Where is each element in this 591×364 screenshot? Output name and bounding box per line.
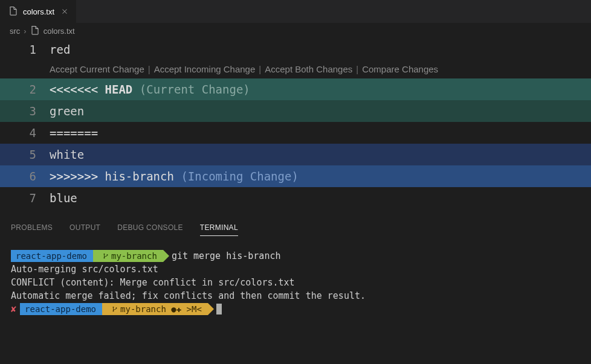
tab-output[interactable]: OUTPUT — [69, 223, 100, 236]
compare-changes-link[interactable]: Compare Changes — [362, 60, 438, 78]
editor-line[interactable]: 2 <<<<<<< HEAD (Current Change) — [0, 78, 591, 100]
line-number: 6 — [0, 165, 50, 187]
editor-line[interactable]: 4 ======= — [0, 122, 591, 144]
merge-codelens: Accept Current Change | Accept Incoming … — [0, 60, 591, 78]
breadcrumb[interactable]: src › colors.txt — [0, 23, 591, 39]
file-icon — [8, 6, 18, 18]
prompt-project: react-app-demo — [11, 250, 93, 262]
code-text[interactable]: red — [50, 39, 591, 60]
terminal[interactable]: react-app-demo my-branch git merge his-b… — [0, 242, 591, 316]
breadcrumb-file[interactable]: colors.txt — [44, 27, 75, 36]
editor[interactable]: 1 red Accept Current Change | Accept Inc… — [0, 39, 591, 209]
line-number: 3 — [0, 100, 50, 122]
line-number: 1 — [0, 39, 50, 60]
prompt-branch: my-branch ●✚ >M< — [102, 303, 208, 315]
editor-line[interactable]: 3 green — [0, 100, 591, 122]
conflict-head-marker[interactable]: <<<<<<< HEAD (Current Change) — [50, 78, 591, 100]
chevron-right-icon: › — [24, 27, 26, 36]
line-number: 4 — [0, 122, 50, 144]
bottom-panel: PROBLEMS OUTPUT DEBUG CONSOLE TERMINAL r… — [0, 209, 591, 364]
terminal-output: Automatic merge failed; fix conflicts an… — [11, 289, 580, 302]
line-number: 5 — [0, 144, 50, 165]
tab-problems[interactable]: PROBLEMS — [11, 223, 53, 236]
line-number: 7 — [0, 187, 50, 209]
terminal-line[interactable]: react-app-demo my-branch git merge his-b… — [11, 249, 580, 263]
tab-bar: colors.txt — [0, 0, 591, 23]
editor-line[interactable]: 7 blue — [0, 187, 591, 209]
code-text[interactable]: green — [50, 100, 591, 122]
accept-incoming-link[interactable]: Accept Incoming Change — [154, 60, 256, 78]
editor-line[interactable]: 6 >>>>>>> his-branch (Incoming Change) — [0, 165, 591, 187]
terminal-output: CONFLICT (content): Merge conflict in sr… — [11, 276, 580, 289]
accept-current-link[interactable]: Accept Current Change — [50, 60, 144, 78]
conflict-incoming-marker[interactable]: >>>>>>> his-branch (Incoming Change) — [50, 165, 591, 187]
tab-debug-console[interactable]: DEBUG CONSOLE — [117, 223, 183, 236]
close-icon[interactable] — [59, 6, 70, 17]
file-tab[interactable]: colors.txt — [0, 0, 76, 23]
line-number: 2 — [0, 78, 50, 100]
code-text[interactable]: white — [50, 144, 591, 165]
editor-line[interactable]: 1 red — [0, 39, 591, 60]
tab-filename: colors.txt — [23, 7, 54, 16]
tab-terminal[interactable]: TERMINAL — [200, 223, 238, 236]
code-text[interactable]: blue — [50, 187, 591, 209]
terminal-command: git merge his-branch — [172, 249, 281, 263]
conflict-separator[interactable]: ======= — [50, 122, 591, 144]
terminal-output: Auto-merging src/colors.txt — [11, 263, 580, 276]
error-icon: ✘ — [11, 302, 16, 316]
panel-tabs: PROBLEMS OUTPUT DEBUG CONSOLE TERMINAL — [0, 223, 591, 242]
breadcrumb-folder[interactable]: src — [10, 27, 20, 36]
file-icon — [30, 25, 40, 37]
accept-both-link[interactable]: Accept Both Changes — [265, 60, 352, 78]
prompt-branch: my-branch — [93, 250, 163, 262]
terminal-line[interactable]: ✘ react-app-demo my-branch ●✚ >M< — [11, 302, 580, 316]
editor-line[interactable]: 5 white — [0, 144, 591, 165]
prompt-project: react-app-demo — [20, 303, 102, 315]
terminal-cursor — [216, 304, 222, 315]
